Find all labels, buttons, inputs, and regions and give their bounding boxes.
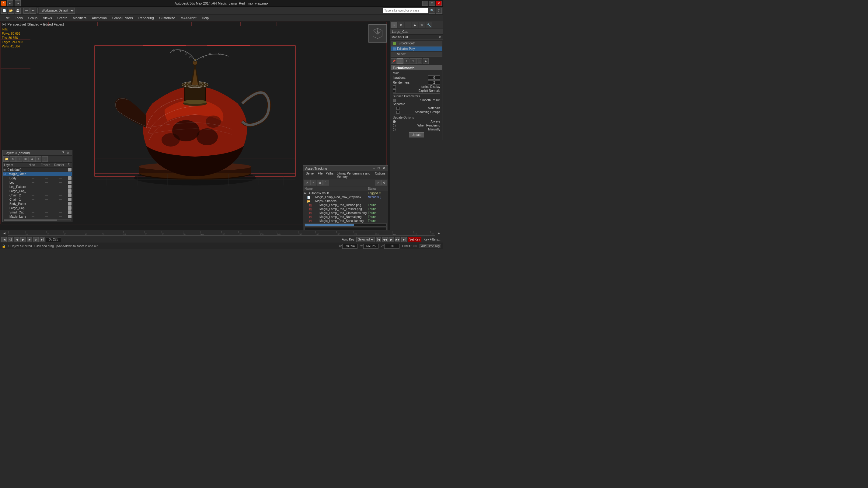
undo-toolbar-btn[interactable]: ↩ <box>24 8 30 14</box>
asset-row-specular[interactable]: 🖼 Magic_Lamp_Red_Specular.png Found <box>303 219 388 223</box>
mod-edge-btn[interactable]: / <box>403 58 409 64</box>
layer-collapse-btn[interactable]: ↔ <box>42 156 48 162</box>
search-input[interactable] <box>383 8 428 13</box>
menu-tools[interactable]: Tools <box>12 15 25 20</box>
layer-scrollbar[interactable] <box>4 219 71 221</box>
asset-reload-btn[interactable]: ↺ <box>304 180 310 186</box>
asset-menu-bitmap[interactable]: Bitmap Performance and Memory <box>335 172 373 178</box>
modify-icon-btn[interactable]: ⚙ <box>398 22 404 28</box>
timeline-track[interactable]: 0 10 20 30 40 50 60 70 80 90 100 110 120 <box>8 231 435 236</box>
mod-element-btn[interactable]: ◈ <box>423 58 429 64</box>
asset-row-fresnel[interactable]: 🖼 Magic_Lamp_Red_Fresnel.png Found <box>303 207 388 211</box>
anim-mode-select[interactable]: Selected <box>356 237 375 242</box>
playback-play-btn[interactable]: ▶ <box>389 237 394 242</box>
playback-end-btn[interactable]: ▶| <box>401 237 407 242</box>
go-end-btn[interactable]: ▶| <box>39 237 45 242</box>
ts-when-rendering-radio[interactable] <box>393 124 396 127</box>
redo-toolbar-btn[interactable]: ↪ <box>30 8 36 14</box>
mod-border-btn[interactable]: □ <box>410 58 416 64</box>
asset-settings-btn[interactable]: ⚙ <box>381 180 387 186</box>
asset-large-icons-btn[interactable]: ⬛ <box>323 180 329 186</box>
undo-btn[interactable]: ↩ <box>7 0 13 6</box>
ts-materials-checkbox[interactable] <box>396 107 400 110</box>
asset-menu-file[interactable]: File <box>316 172 324 178</box>
playback-prev-key-btn[interactable]: ◀◀ <box>382 237 388 242</box>
menu-maxscript[interactable]: MAXScript <box>178 15 199 20</box>
add-time-tag[interactable]: Add Time Tag <box>420 244 441 248</box>
asset-row-maps-folder[interactable]: 📂 Maps / Shaders <box>303 199 388 203</box>
x-input[interactable] <box>342 244 358 249</box>
asset-menu-server[interactable]: Server <box>305 172 316 178</box>
editable-poly-modifier[interactable]: Editable Poly <box>391 46 442 52</box>
asset-list-btn[interactable]: ≡ <box>310 180 316 186</box>
menu-customize[interactable]: Customize <box>157 15 178 20</box>
layer-row-large-cap-pattern[interactable]: Large_Cap_Pattern — — — <box>3 189 72 193</box>
prev-frame-btn[interactable]: ◀ <box>14 237 20 242</box>
playback-next-key-btn[interactable]: ▶▶ <box>395 237 400 242</box>
ts-iterations-input[interactable] <box>428 75 440 80</box>
layer-row-magic-lamp-red[interactable]: ⊟ Magic_Lamp_Red — — — <box>3 172 72 176</box>
layer-row-magic-lamp-red2[interactable]: Magic_Lamp_Red — — — <box>3 214 72 219</box>
layer-row-small-cap[interactable]: Small_Cap — — — <box>3 210 72 214</box>
asset-menu-options[interactable]: Options <box>374 172 387 178</box>
layer-expand-btn[interactable]: ↕ <box>35 156 41 162</box>
asset-row-glossiness[interactable]: 🖼 Magic_Lamp_Red_Glossiness.png Found <box>303 211 388 215</box>
go-start-btn[interactable]: |◀ <box>1 237 7 242</box>
asset-row-max-file[interactable]: 📄 Magic_Lamp_Red_max_vray.max Network [ <box>303 195 388 199</box>
open-btn[interactable]: 📂 <box>8 8 14 14</box>
asset-help-btn[interactable]: ? <box>375 180 381 186</box>
menu-views[interactable]: Views <box>40 15 54 20</box>
asset-row-vault[interactable]: 🏛 Autodesk Vault Logged O <box>303 191 388 195</box>
save-btn[interactable]: 💾 <box>14 8 21 14</box>
layer-select-btn[interactable]: ⊞ <box>23 156 29 162</box>
layer-question-btn[interactable]: ? <box>61 151 65 155</box>
search-btn[interactable]: 🔍 <box>429 8 435 14</box>
layer-row-body-pattern[interactable]: Body_Pattern — — — <box>3 202 72 206</box>
asset-menu-paths[interactable]: Paths <box>324 172 335 178</box>
layer-add-btn[interactable]: 📁 <box>3 156 9 162</box>
key-filters-btn[interactable]: Key Filters... <box>422 238 442 241</box>
y-input[interactable] <box>363 244 378 249</box>
asset-row-diffuse[interactable]: 🖼 Magic_Lamp_Red_Diffuse.png Found <box>303 203 388 207</box>
layer-row-body[interactable]: Body — — — <box>3 176 72 180</box>
motion-icon-btn[interactable]: ▶ <box>412 22 418 28</box>
ts-smoothing-groups-checkbox[interactable] <box>396 111 400 114</box>
layer-row-leg-pattern[interactable]: Leg_Pattern — — — <box>3 185 72 189</box>
layer-row-leg[interactable]: Leg — — — <box>3 180 72 185</box>
menu-help[interactable]: Help <box>199 15 212 20</box>
z-input[interactable] <box>384 244 400 249</box>
ts-manually-radio[interactable] <box>393 128 396 131</box>
turbosmooth-modifier[interactable]: TurboSmooth <box>391 41 442 46</box>
ts-update-button[interactable]: Update <box>409 132 424 137</box>
ts-isoline-checkbox[interactable] <box>393 86 396 89</box>
ts-render-iters-input[interactable] <box>428 80 440 85</box>
layer-row-large-cap[interactable]: Large_Cap — — — <box>3 206 72 210</box>
mod-vertex-btn[interactable]: • <box>397 58 403 64</box>
ts-always-radio[interactable] <box>393 120 396 123</box>
layer-row-default[interactable]: ⊞ 0 (default) — — — <box>3 167 72 172</box>
maximize-btn[interactable]: □ <box>429 1 435 6</box>
close-btn[interactable]: ✕ <box>436 1 442 6</box>
asset-icons-btn[interactable]: ⊞ <box>317 180 323 186</box>
minimize-btn[interactable]: − <box>422 1 428 6</box>
nav-cube[interactable]: Top <box>368 24 387 42</box>
vertex-modifier[interactable]: Vertex <box>391 52 442 57</box>
menu-graph-editors[interactable]: Graph Editors <box>110 15 135 20</box>
asset-min-btn[interactable]: − <box>372 166 376 170</box>
new-btn[interactable]: 📄 <box>1 8 7 14</box>
hierarchy-icon-btn[interactable]: ☰ <box>405 22 411 28</box>
redo-btn[interactable]: ↪ <box>14 0 21 6</box>
layer-row-chain1[interactable]: Chain_1 — — — <box>3 197 72 202</box>
layer-close-btn[interactable]: ✕ <box>66 151 70 155</box>
ts-explicit-normals-checkbox[interactable] <box>393 89 396 92</box>
workspace-dropdown[interactable]: Workspace: Default <box>39 8 75 14</box>
playback-start-btn[interactable]: |◀ <box>376 237 381 242</box>
layer-row-chain2[interactable]: Chain_2 — — — <box>3 193 72 197</box>
create-icon-btn[interactable]: ✦ <box>391 22 397 28</box>
mod-poly-btn[interactable]: ⬛ <box>416 58 422 64</box>
mod-pin-btn[interactable]: 📌 <box>391 58 397 64</box>
display-icon-btn[interactable]: 👁 <box>418 22 425 28</box>
asset-max-btn[interactable]: □ <box>377 166 381 170</box>
layer-highlight-btn[interactable]: ◈ <box>29 156 35 162</box>
set-key-btn[interactable]: Set Key <box>408 237 422 242</box>
